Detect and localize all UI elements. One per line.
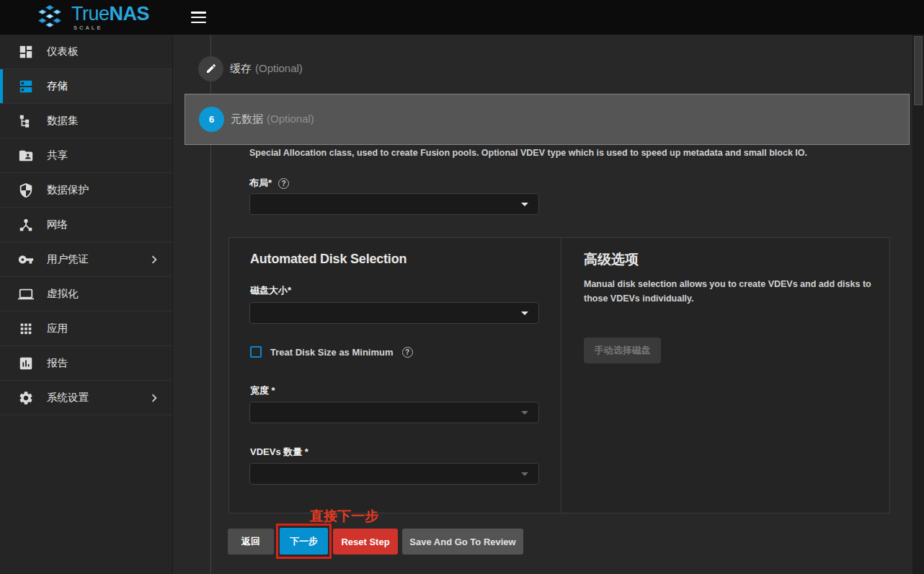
dropdown-arrow-icon bbox=[521, 203, 528, 206]
sidebar-item-credentials[interactable]: 用户凭证 bbox=[0, 242, 172, 277]
sidebar-item-label: 共享 bbox=[47, 149, 68, 162]
sidebar-item-label: 存储 bbox=[47, 79, 68, 93]
gear-icon bbox=[17, 389, 35, 407]
network-hub-icon bbox=[17, 216, 35, 234]
topbar: TrueNAS SCALE bbox=[0, 0, 924, 35]
step-header-metadata[interactable]: 6 元数据(Optional) bbox=[185, 94, 910, 145]
back-button[interactable]: 返回 bbox=[228, 529, 274, 555]
sidebar-item-label: 报告 bbox=[47, 356, 68, 370]
sidebar-item-label: 数据集 bbox=[47, 114, 79, 128]
shield-icon bbox=[17, 182, 35, 199]
treat-min-row: Treat Disk Size as Minimum ? bbox=[250, 346, 413, 358]
dataset-tree-icon bbox=[17, 112, 35, 130]
truenas-logo-icon bbox=[33, 4, 66, 30]
sidebar-item-label: 系统设置 bbox=[47, 391, 89, 405]
laptop-icon bbox=[17, 286, 35, 303]
key-icon bbox=[17, 251, 35, 268]
truenas-app-window: TrueNAS SCALE 仪表板 存储 数据集 共享 数据保护 bbox=[0, 0, 924, 574]
sidebar-item-virtualization[interactable]: 虚拟化 bbox=[0, 277, 172, 312]
treat-min-label: Treat Disk Size as Minimum bbox=[270, 347, 394, 358]
hamburger-menu-icon bbox=[191, 12, 206, 14]
chevron-right-icon bbox=[146, 252, 162, 268]
vdevs-count-select[interactable] bbox=[249, 463, 539, 485]
sidebar-item-apps[interactable]: 应用 bbox=[0, 312, 172, 346]
dropdown-arrow-icon bbox=[521, 472, 528, 476]
manual-disk-selection-button[interactable]: 手动选择磁盘 bbox=[584, 337, 661, 363]
step-metadata-label: 元数据(Optional) bbox=[231, 112, 314, 126]
reset-step-button[interactable]: Reset Step bbox=[333, 529, 398, 555]
treat-min-checkbox[interactable] bbox=[250, 346, 262, 358]
width-field-label: 宽度 * bbox=[250, 384, 275, 397]
annotation-box: 下一步 bbox=[276, 524, 332, 559]
sidebar-item-label: 应用 bbox=[47, 322, 68, 335]
sidebar-item-storage[interactable]: 存储 bbox=[0, 69, 172, 104]
disk-size-select[interactable] bbox=[249, 302, 539, 324]
dropdown-arrow-icon bbox=[521, 312, 528, 315]
edit-icon bbox=[205, 63, 217, 74]
truenas-logo: TrueNAS SCALE bbox=[33, 4, 149, 31]
sidebar-item-system-settings[interactable]: 系统设置 bbox=[0, 381, 172, 415]
sidebar-item-label: 用户凭证 bbox=[47, 252, 89, 266]
sidebar-item-reports[interactable]: 报告 bbox=[0, 346, 172, 381]
advanced-section-description: Manual disk selection allows you to crea… bbox=[584, 277, 878, 306]
auto-section-title: Automated Disk Selection bbox=[250, 252, 407, 267]
sidebar-item-label: 仪表板 bbox=[47, 45, 79, 58]
sidebar-item-network[interactable]: 网络 bbox=[0, 208, 172, 242]
sidebar-item-dashboard[interactable]: 仪表板 bbox=[0, 35, 172, 69]
scrollbar-thumb[interactable] bbox=[914, 36, 923, 105]
step-icon-circle bbox=[198, 56, 223, 81]
menu-toggle-button[interactable] bbox=[191, 12, 206, 24]
vdevs-count-label: VDEVs 数量 * bbox=[250, 446, 308, 459]
width-select[interactable] bbox=[249, 402, 539, 423]
help-icon[interactable]: ? bbox=[402, 347, 413, 358]
disk-size-label: 磁盘大小* bbox=[250, 284, 291, 297]
apps-grid-icon bbox=[17, 320, 35, 337]
disk-selection-card: Automated Disk Selection 磁盘大小* Treat Dis… bbox=[228, 237, 890, 513]
sidebar-item-label: 数据保护 bbox=[47, 183, 89, 197]
sidebar-item-shares[interactable]: 共享 bbox=[0, 138, 172, 173]
storage-icon bbox=[17, 78, 35, 95]
sidebar-item-label: 虚拟化 bbox=[47, 287, 79, 301]
save-review-button[interactable]: Save And Go To Review bbox=[402, 529, 523, 555]
step-header-cache[interactable]: 缓存(Optional) bbox=[185, 50, 909, 87]
step-number-badge: 6 bbox=[199, 107, 224, 132]
next-button[interactable]: 下一步 bbox=[280, 528, 328, 555]
advanced-section-title: 高级选项 bbox=[584, 250, 639, 269]
sidebar-item-datasets[interactable]: 数据集 bbox=[0, 104, 172, 138]
section-divider bbox=[561, 238, 561, 513]
chevron-right-icon bbox=[146, 390, 162, 406]
step-cache-label: 缓存(Optional) bbox=[230, 62, 303, 76]
sidebar-item-label: 网络 bbox=[47, 218, 68, 231]
dashboard-icon bbox=[17, 43, 35, 61]
bar-chart-icon bbox=[17, 355, 35, 372]
dropdown-arrow-icon bbox=[521, 411, 528, 415]
sidebar-item-data-protection[interactable]: 数据保护 bbox=[0, 173, 172, 208]
brand-name: TrueNAS bbox=[71, 4, 149, 25]
step-description: Special Allocation class, used to create… bbox=[249, 148, 891, 158]
help-icon[interactable]: ? bbox=[278, 178, 289, 189]
pool-wizard-content: 缓存(Optional) 6 元数据(Optional) Special All… bbox=[174, 35, 924, 574]
layout-field-label: 布局* ? bbox=[249, 177, 289, 190]
layout-select[interactable] bbox=[249, 193, 539, 215]
shared-folder-icon bbox=[17, 147, 35, 164]
brand-subtitle: SCALE bbox=[74, 25, 149, 31]
sidebar: 仪表板 存储 数据集 共享 数据保护 网络 用户凭证 bbox=[0, 35, 173, 574]
scrollbar-track[interactable] bbox=[912, 35, 924, 574]
